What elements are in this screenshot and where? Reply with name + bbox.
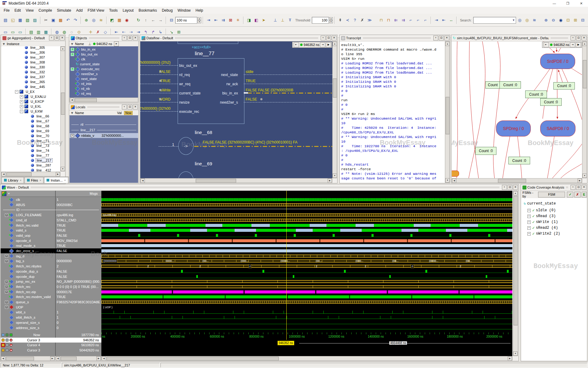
object-current-state[interactable]: +↻current_state <box>70 62 138 67</box>
pane-undock-button[interactable]: ⊡ <box>576 36 581 40</box>
examine-icon[interactable]: ? <box>352 17 358 24</box>
cursor-row-cursor-3-3[interactable]: Cursor 350442620 ns <box>1 348 101 353</box>
tree-expander[interactable]: + <box>20 100 23 103</box>
step-time-icon[interactable]: ⇥ <box>570 42 575 47</box>
search-input[interactable]: ▾ <box>473 17 516 24</box>
pane-undock-button[interactable]: ⊡ <box>55 36 59 40</box>
wave-signal-tag-d[interactable]: +tag_d <box>1 254 101 259</box>
tree-item-line-307[interactable]: line__307 <box>25 55 46 60</box>
zoom-range-icon[interactable]: ⊞ <box>572 17 579 24</box>
pane-add-button[interactable]: + <box>571 185 575 190</box>
scroll-up-arrow[interactable]: ▲ <box>61 47 65 51</box>
open-icon[interactable]: ◱ <box>9 17 16 24</box>
scroll-left-arrow[interactable]: ◀ <box>141 178 145 183</box>
tree-item-u-exw[interactable]: −U_EXW <box>20 109 43 114</box>
waveform-area[interactable]: cpu486.log(000000000000...(00...(000...(… <box>101 191 512 356</box>
wave-signal-clk[interactable]: clk1 <box>1 197 101 202</box>
tree-item-line-365[interactable]: line__365 <box>25 79 46 84</box>
wave-signal-tag-s[interactable]: +tag_s00000000 <box>1 259 101 263</box>
wave-signal-wbit-s[interactable]: wbit_s1 <box>1 310 101 315</box>
tab-files[interactable]: Files× <box>24 177 44 183</box>
scroll-right-arrow[interactable]: ▶ <box>96 356 101 361</box>
scroll-left-arrow[interactable]: ◀ <box>102 356 106 361</box>
wave-values-hscrollbar[interactable]: ◀ ▶ <box>55 356 101 361</box>
coverage-pass-button[interactable]: ✓ <box>567 192 573 197</box>
edge-b-icon[interactable]: ⌐ <box>415 17 421 24</box>
run-length-input[interactable]: 100 ns <box>175 17 197 24</box>
memory-icon[interactable]: ▦ <box>116 17 123 24</box>
tree-item-line-73[interactable]: line__73 <box>31 143 50 148</box>
find-icon[interactable]: ◎ <box>90 17 97 24</box>
copy-icon[interactable]: ▣ <box>50 17 57 24</box>
wave-signal-operand-size-s[interactable]: operand_size_s0 <box>1 320 101 325</box>
zoom-cursor-icon[interactable]: ⊡ <box>565 17 571 24</box>
wave-signal-log-filename[interactable]: +LOG_FILENAMEcpu486.log <box>1 213 101 217</box>
wave-signal-cmd-id[interactable]: cmd_idSTALL_CMD <box>1 218 101 223</box>
scroll-right-arrow[interactable]: ▶ <box>578 178 582 183</box>
dataflow-hscrollbar[interactable]: ◀ ▶ <box>140 178 332 183</box>
zoom-out-icon[interactable]: ⊖ <box>550 17 557 24</box>
lock2-cursor-icon[interactable]: ⊥ <box>279 17 286 24</box>
goto-first-icon[interactable]: ⇥ <box>433 17 440 24</box>
tree-item-line-332[interactable]: line__332 <box>25 70 46 75</box>
scroll-down-arrow[interactable]: ▼ <box>445 178 450 182</box>
coverage-expander[interactable]: + <box>527 226 531 230</box>
pane-add-button[interactable]: + <box>122 36 127 40</box>
object-need2wr-s[interactable]: +need2wr_s <box>70 71 138 76</box>
run-length-icon[interactable]: ⊟ <box>168 17 175 24</box>
coverage-state-swrite-1[interactable]: +✓sWrite (1) <box>526 220 558 224</box>
scroll-down-arrow[interactable]: ▼ <box>333 174 337 178</box>
pane-undock-button[interactable]: ⊡ <box>507 185 512 190</box>
fsm-diagram[interactable]: SrdPDE / 0 SPDreg / 0 SAdPD8 / 0 CountCo… <box>452 41 582 178</box>
pane-undock-button[interactable]: ⊡ <box>576 185 581 190</box>
threshold-icon[interactable]: Ŧ <box>287 17 293 24</box>
zoom-in-icon[interactable]: ⊕ <box>543 17 549 24</box>
pane-grip[interactable] <box>566 186 568 189</box>
tree-expander[interactable]: + <box>20 105 23 108</box>
menu-view[interactable]: View <box>23 7 36 13</box>
paste-icon[interactable]: ▩ <box>57 17 64 24</box>
next-edge-icon[interactable]: ⇉ <box>400 17 407 24</box>
mode1-icon[interactable]: ◨ <box>246 17 252 24</box>
tree-item-line-71[interactable]: line__71 <box>31 138 50 143</box>
up-context-icon[interactable]: ↑ <box>142 17 149 24</box>
close-button[interactable]: ✕ <box>575 0 588 7</box>
expand-time-icon[interactable]: ⇞ <box>337 17 344 24</box>
pane-add-button[interactable]: + <box>321 36 326 40</box>
pane-grip[interactable] <box>551 37 568 39</box>
node-line68-op[interactable]: -> <box>178 137 194 155</box>
tree-item-line-445[interactable]: line__445 <box>25 84 46 89</box>
tree-item-line-74[interactable]: line__74 <box>31 148 50 153</box>
menu-help[interactable]: Help <box>193 7 206 13</box>
coverage-fail-button[interactable]: ✗ <box>574 192 581 197</box>
node-line69-op[interactable] <box>178 171 194 178</box>
wave-signal-ifetch-rec-modrm-valid[interactable]: ifetch_rec.modrm_validTRUE <box>1 294 101 299</box>
spin-down-icon[interactable]: ▼ <box>329 20 333 23</box>
pane-undock-button[interactable]: ⊡ <box>439 36 444 40</box>
pane-close-button[interactable]: ✕ <box>582 185 586 190</box>
menu-simulate[interactable]: Simulate <box>55 7 74 13</box>
pane-undock-button[interactable]: ⊡ <box>127 105 132 109</box>
tree-expander[interactable]: − <box>15 90 18 94</box>
play-time-icon[interactable]: ▶ <box>576 42 581 47</box>
coverage-state-sread2-4[interactable]: +✓sRead2 (4) <box>526 225 558 230</box>
wave-time-ruler[interactable]: ns200000 ns400000 ns600000 ns800000 ns10… <box>101 332 512 340</box>
redo-icon[interactable]: ↷ <box>72 17 79 24</box>
cut-icon[interactable]: ✂ <box>43 17 49 24</box>
wave-names-hscrollbar[interactable]: ◀ ▶ <box>1 356 55 361</box>
dataflow-canvas[interactable]: +acc=<full>line__77biu_out_exrd_reqwr_re… <box>140 41 332 178</box>
coverage-icon[interactable]: ◉ <box>123 17 130 24</box>
menu-debug[interactable]: Debug <box>159 7 175 13</box>
menu-fsm-view[interactable]: FSM View <box>85 7 107 13</box>
tree-item-u-ex[interactable]: −U_EX <box>15 89 36 94</box>
spin-up-icon[interactable]: ▲ <box>329 17 333 20</box>
clear-x-icon[interactable]: ✗ <box>359 17 366 24</box>
prev-edge-icon[interactable]: ⇇ <box>393 17 399 24</box>
wave-signal-opcode-d[interactable]: opcode_dMOV_RM2Sd <box>1 238 101 243</box>
wave-signal-valid-s[interactable]: valid_sTRUE <box>1 228 101 233</box>
wave-group-divider-id[interactable]: ID <box>1 207 101 212</box>
run-all-icon[interactable]: ⇉ <box>220 17 227 24</box>
wave-signal-ifetch-rec[interactable]: +ifetch_rec0 0 0 {0} 0 {3} 0 TRUE {00... <box>1 284 101 289</box>
pane-add-button[interactable]: + <box>502 185 507 190</box>
wave-expander[interactable]: + <box>5 259 8 263</box>
